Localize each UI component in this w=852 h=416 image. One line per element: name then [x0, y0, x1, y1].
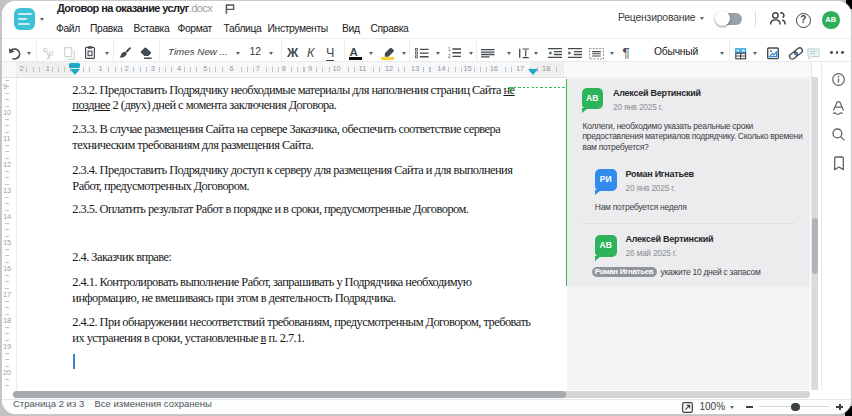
svg-text:2: 2	[448, 54, 451, 59]
svg-text:1: 1	[448, 47, 451, 52]
